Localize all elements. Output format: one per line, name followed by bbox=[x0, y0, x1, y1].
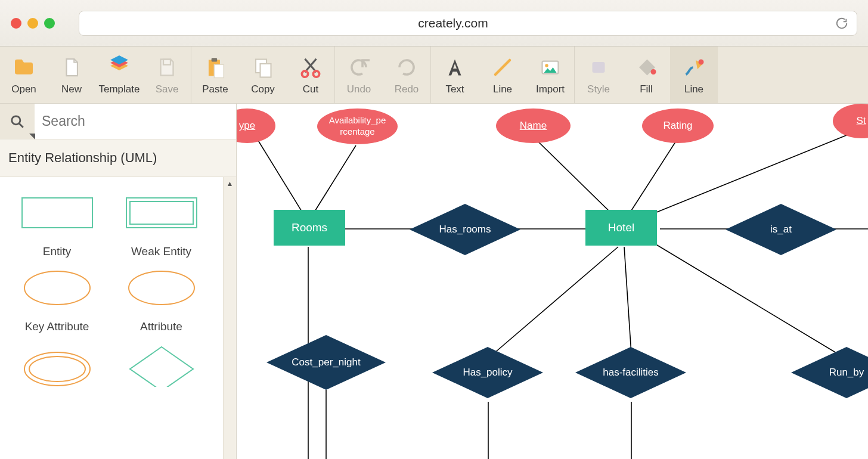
undo-icon bbox=[346, 55, 371, 80]
svg-rect-19 bbox=[22, 198, 92, 228]
svg-line-18 bbox=[19, 123, 23, 128]
line-icon bbox=[490, 55, 515, 80]
redo-label: Redo bbox=[395, 83, 419, 95]
new-label: New bbox=[61, 83, 82, 95]
folder-icon bbox=[11, 55, 36, 80]
save-button: Save bbox=[143, 46, 191, 103]
copy-label: Copy bbox=[251, 83, 275, 95]
svg-point-22 bbox=[24, 271, 90, 305]
svg-rect-5 bbox=[214, 64, 224, 77]
text-tool-button[interactable]: Text bbox=[431, 46, 479, 103]
line-label: Line bbox=[493, 83, 512, 95]
text-label: Text bbox=[445, 83, 464, 95]
svg-point-24 bbox=[24, 352, 90, 386]
search-row bbox=[0, 104, 236, 139]
svg-line-35 bbox=[493, 247, 618, 354]
svg-line-28 bbox=[311, 145, 356, 217]
shape-entity[interactable]: Entity bbox=[5, 189, 109, 258]
attribute-label: ype bbox=[239, 119, 255, 132]
attribute-name[interactable]: Name bbox=[496, 108, 571, 143]
new-file-icon bbox=[59, 55, 84, 80]
shape-relationship[interactable] bbox=[109, 339, 213, 387]
shape-label: Weak Entity bbox=[131, 245, 191, 258]
relationship-cost-per-night[interactable]: Cost_per_night bbox=[266, 335, 386, 390]
relationship-is-at[interactable]: is_at bbox=[726, 204, 836, 255]
relationship-label: Cost_per_night bbox=[266, 335, 386, 390]
svg-line-36 bbox=[624, 247, 631, 354]
svg-point-16 bbox=[699, 59, 704, 64]
svg-line-29 bbox=[535, 138, 615, 217]
relationship-label: has-facilities bbox=[575, 347, 686, 398]
entity-label: Rooms bbox=[292, 221, 327, 234]
attribute-rating[interactable]: Rating bbox=[642, 108, 714, 143]
template-label: Template bbox=[99, 83, 140, 95]
line-tool-button[interactable]: Line bbox=[479, 46, 526, 103]
shape-palette: ▲ Entity Weak Entity Key Attribute Attr bbox=[0, 177, 236, 459]
attribute-availability[interactable]: Availability_pe rcentage bbox=[317, 108, 398, 144]
svg-marker-26 bbox=[130, 347, 193, 387]
svg-line-27 bbox=[258, 139, 305, 217]
entity-rooms[interactable]: Rooms bbox=[274, 210, 345, 246]
diagram-canvas[interactable]: ype Availability_pe rcentage Name Rating… bbox=[237, 104, 868, 459]
entity-label: Hotel bbox=[608, 221, 634, 234]
relationship-has-policy[interactable]: Has_policy bbox=[432, 347, 543, 398]
import-icon bbox=[538, 55, 563, 80]
paste-icon bbox=[203, 55, 228, 80]
undo-button: Undo bbox=[335, 46, 383, 103]
svg-rect-6 bbox=[212, 58, 218, 61]
window-maximize-icon[interactable] bbox=[44, 18, 55, 29]
palette-scrollbar[interactable]: ▲ bbox=[223, 177, 236, 459]
shape-attribute[interactable]: Attribute bbox=[109, 264, 213, 333]
url-bar[interactable]: creately.com bbox=[79, 11, 857, 36]
relationship-label: Has_policy bbox=[432, 347, 543, 398]
svg-point-9 bbox=[302, 71, 308, 77]
shape-multi-attribute[interactable] bbox=[5, 339, 109, 387]
entity-hotel[interactable]: Hotel bbox=[585, 210, 657, 246]
diagram-edges bbox=[237, 104, 868, 459]
relationship-label: Run_by bbox=[791, 347, 868, 398]
save-icon bbox=[154, 55, 179, 80]
text-icon bbox=[442, 55, 467, 80]
window-close-icon[interactable] bbox=[11, 18, 21, 29]
cut-button[interactable]: Cut bbox=[287, 46, 334, 103]
shape-key-attribute[interactable]: Key Attribute bbox=[5, 264, 109, 333]
relationship-has-facilities[interactable]: has-facilities bbox=[575, 347, 686, 398]
copy-icon bbox=[250, 55, 275, 80]
import-button[interactable]: Import bbox=[526, 46, 574, 103]
relationship-run-by[interactable]: Run_by bbox=[791, 347, 868, 398]
undo-label: Undo bbox=[347, 83, 371, 95]
open-button[interactable]: Open bbox=[0, 46, 48, 103]
shape-label: Entity bbox=[43, 245, 72, 258]
relationship-label: Has_rooms bbox=[410, 204, 520, 255]
line-style-icon bbox=[681, 55, 706, 80]
paste-button[interactable]: Paste bbox=[191, 46, 239, 103]
svg-line-11 bbox=[495, 60, 510, 75]
style-button: Style bbox=[575, 46, 622, 103]
fill-button[interactable]: Fill bbox=[622, 46, 670, 103]
svg-rect-8 bbox=[261, 64, 271, 77]
open-label: Open bbox=[11, 83, 36, 95]
shape-weak-entity[interactable]: Weak Entity bbox=[109, 189, 213, 258]
cut-icon bbox=[298, 55, 323, 80]
save-label: Save bbox=[156, 83, 179, 95]
fill-icon bbox=[634, 55, 659, 80]
scroll-up-icon[interactable]: ▲ bbox=[224, 177, 236, 190]
svg-point-10 bbox=[313, 71, 319, 77]
toolbar: Open New Template Save bbox=[0, 46, 868, 104]
style-label: Style bbox=[587, 83, 610, 95]
svg-point-23 bbox=[129, 271, 194, 305]
refresh-icon[interactable] bbox=[835, 17, 848, 30]
copy-button[interactable]: Copy bbox=[239, 46, 287, 103]
palette-title[interactable]: Entity Relationship (UML) bbox=[0, 139, 236, 177]
url-text: creately.com bbox=[418, 16, 488, 30]
search-icon[interactable] bbox=[0, 104, 35, 139]
relationship-has-rooms[interactable]: Has_rooms bbox=[410, 204, 520, 255]
template-icon bbox=[107, 55, 132, 80]
attribute-label: Availability_pe rcentage bbox=[329, 115, 386, 138]
import-label: Import bbox=[536, 83, 565, 95]
search-input[interactable] bbox=[35, 104, 236, 139]
window-minimize-icon[interactable] bbox=[27, 18, 38, 29]
new-button[interactable]: New bbox=[48, 46, 95, 103]
line-style-button[interactable]: Line bbox=[670, 46, 718, 103]
template-button[interactable]: Template bbox=[95, 46, 143, 103]
